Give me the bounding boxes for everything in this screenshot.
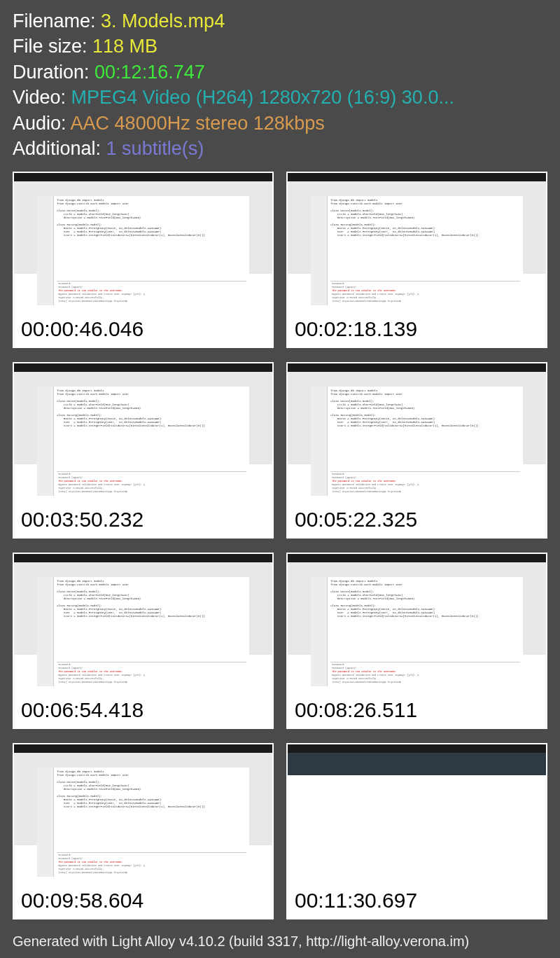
thumbnail-card[interactable]: from django.db import models from django… xyxy=(286,553,547,729)
code-text: from django.db import models from django… xyxy=(57,199,246,237)
footer-text: Generated with Light Alloy v4.10.2 (buil… xyxy=(13,933,547,950)
thumbnail-timestamp: 00:03:50.232 xyxy=(14,504,272,537)
terminal-preview: Password:Password (again):The password i… xyxy=(330,281,520,305)
thumbnail-card[interactable]: from django.db import models from django… xyxy=(286,362,547,539)
terminal-preview: Password:Password (again):The password i… xyxy=(57,662,246,686)
thumbnail-image: from django.db import models from django… xyxy=(288,554,546,694)
filename-label: Filename: xyxy=(13,11,101,32)
thumbnail-card[interactable]: from django.db import models from django… xyxy=(13,743,274,919)
thumbnail-timestamp: 00:02:18.139 xyxy=(288,313,546,347)
filesize-value: 118 MB xyxy=(92,36,158,57)
file-metadata: Filename: 3. Models.mp4 File size: 118 M… xyxy=(13,8,547,162)
thumbnail-timestamp: 00:00:46.046 xyxy=(14,313,272,347)
video-label: Video: xyxy=(13,87,71,108)
thumbnail-timestamp: 00:05:22.325 xyxy=(288,504,546,537)
thumbnail-card[interactable]: from django.db import models from django… xyxy=(286,172,547,348)
duration-row: Duration: 00:12:16.747 xyxy=(13,60,547,85)
thumbnail-grid: from django.db import models from django… xyxy=(13,172,547,919)
thumbnail-image: from django.db import models from django… xyxy=(14,173,272,313)
additional-value: 1 subtitle(s) xyxy=(106,138,204,159)
terminal-preview: Password:Password (again):The password i… xyxy=(57,471,246,496)
code-text: from django.db import models from django… xyxy=(57,770,246,809)
terminal-preview: Password:Password (again):The password i… xyxy=(57,852,246,877)
thumbnail-image xyxy=(288,744,546,884)
audio-value: AAC 48000Hz stereo 128kbps xyxy=(71,113,325,134)
additional-row: Additional: 1 subtitle(s) xyxy=(13,136,547,161)
thumbnail-image: from django.db import models from django… xyxy=(14,363,272,504)
code-preview: from django.db import models from django… xyxy=(311,196,523,305)
code-preview: from django.db import models from django… xyxy=(37,577,249,686)
sidebar-preview xyxy=(37,196,54,305)
code-text: from django.db import models from django… xyxy=(57,580,246,618)
terminal-preview: Password:Password (again):The password i… xyxy=(330,471,520,496)
thumbnail-card[interactable]: from django.db import models from django… xyxy=(13,553,274,729)
duration-label: Duration: xyxy=(13,62,94,83)
terminal-preview: Password:Password (again):The password i… xyxy=(330,662,520,686)
code-preview: from django.db import models from django… xyxy=(37,768,249,877)
filename-value: 3. Models.mp4 xyxy=(101,11,225,32)
code-preview: from django.db import models from django… xyxy=(311,387,523,496)
thumbnail-timestamp: 00:08:26.511 xyxy=(288,694,546,728)
code-preview: from django.db import models from django… xyxy=(37,196,249,305)
code-preview: from django.db import models from django… xyxy=(37,387,249,496)
sidebar-preview xyxy=(37,577,54,686)
thumbnail-image: from django.db import models from django… xyxy=(14,554,272,694)
sidebar-preview xyxy=(311,387,328,496)
sidebar-preview xyxy=(311,577,328,686)
video-value: MPEG4 Video (H264) 1280x720 (16:9) 30.0.… xyxy=(71,87,454,108)
audio-label: Audio: xyxy=(13,113,71,134)
thumbnail-timestamp: 00:09:58.604 xyxy=(14,884,272,918)
thumbnail-image: from django.db import models from django… xyxy=(288,363,546,504)
sidebar-preview xyxy=(311,196,328,305)
code-text: from django.db import models from django… xyxy=(330,199,520,237)
sidebar-preview xyxy=(37,768,54,877)
sidebar-preview xyxy=(37,387,54,496)
duration-value: 00:12:16.747 xyxy=(94,62,205,83)
code-text: from django.db import models from django… xyxy=(330,580,520,618)
filesize-row: File size: 118 MB xyxy=(13,34,547,59)
thumbnail-card[interactable]: from django.db import models from django… xyxy=(13,362,274,539)
code-preview: from django.db import models from django… xyxy=(311,577,523,686)
terminal-preview: Password:Password (again):The password i… xyxy=(57,281,246,305)
video-row: Video: MPEG4 Video (H264) 1280x720 (16:9… xyxy=(13,85,547,110)
additional-label: Additional: xyxy=(13,138,106,159)
thumbnail-image: from django.db import models from django… xyxy=(288,173,546,313)
filename-row: Filename: 3. Models.mp4 xyxy=(13,8,547,34)
thumbnail-timestamp: 00:11:30.697 xyxy=(288,884,546,918)
code-text: from django.db import models from django… xyxy=(330,389,520,428)
code-text: from django.db import models from django… xyxy=(57,389,246,428)
thumbnail-image: from django.db import models from django… xyxy=(14,744,272,884)
audio-row: Audio: AAC 48000Hz stereo 128kbps xyxy=(13,111,547,136)
filesize-label: File size: xyxy=(13,36,92,57)
thumbnail-card[interactable]: 00:11:30.697 xyxy=(286,743,547,919)
thumbnail-timestamp: 00:06:54.418 xyxy=(14,694,272,728)
thumbnail-card[interactable]: from django.db import models from django… xyxy=(13,172,274,348)
